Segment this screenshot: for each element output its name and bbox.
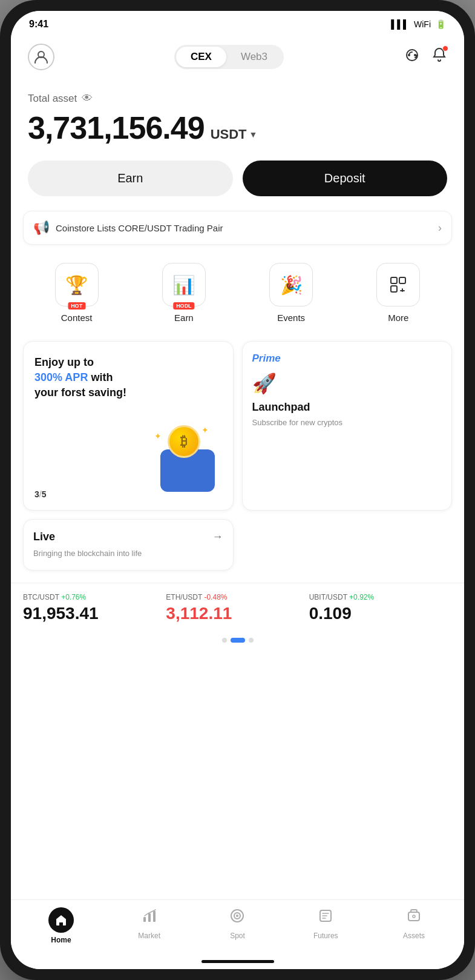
notification-dot bbox=[442, 45, 448, 51]
earn-icon: 📊 HODL bbox=[162, 263, 206, 306]
ubit-price: 0.109 bbox=[309, 604, 452, 623]
ticker-dot-3 bbox=[249, 638, 254, 643]
spot-label: Spot bbox=[230, 932, 245, 940]
asset-label: Total asset 👁 bbox=[28, 92, 447, 105]
events-label: Events bbox=[277, 313, 305, 323]
live-title: Live bbox=[33, 531, 55, 543]
battery-icon: 🔋 bbox=[436, 19, 446, 29]
nav-market[interactable]: Market bbox=[128, 907, 171, 944]
home-icon bbox=[48, 907, 74, 933]
more-icon bbox=[376, 263, 420, 306]
ticker-dot-2 bbox=[231, 638, 245, 643]
btc-price: 91,953.41 bbox=[23, 604, 166, 623]
eye-icon[interactable]: 👁 bbox=[82, 92, 93, 105]
megaphone-icon: 📢 bbox=[33, 220, 50, 236]
asset-currency: USDT ▼ bbox=[211, 127, 258, 142]
card-live[interactable]: Live → Bringing the blockchain into life bbox=[23, 519, 234, 571]
contest-icon: 🏆 HOT bbox=[55, 263, 99, 306]
announcement-arrow-icon: › bbox=[438, 222, 442, 234]
status-icons: ▌▌▌ WiFi 🔋 bbox=[391, 19, 446, 29]
tab-web3[interactable]: Web3 bbox=[226, 47, 282, 67]
nav-home[interactable]: Home bbox=[40, 907, 82, 944]
nav-tabs: CEX Web3 bbox=[174, 45, 284, 69]
quick-action-earn[interactable]: 📊 HODL Earn bbox=[160, 263, 208, 323]
svg-rect-8 bbox=[400, 290, 405, 291]
svg-rect-4 bbox=[391, 277, 397, 283]
ticker-dots bbox=[11, 633, 464, 645]
nav-assets[interactable]: Assets bbox=[393, 907, 435, 944]
ticker-btc[interactable]: BTC/USDT +0.76% 91,953.41 bbox=[23, 593, 166, 623]
earn-button[interactable]: Earn bbox=[28, 161, 233, 196]
launchpad-title: Launchpad bbox=[252, 401, 442, 414]
asset-section: Total asset 👁 3,731,156.49 USDT ▼ bbox=[11, 80, 464, 161]
currency-caret-icon[interactable]: ▼ bbox=[249, 130, 258, 139]
status-time: 9:41 bbox=[29, 19, 48, 30]
home-label: Home bbox=[51, 936, 71, 944]
assets-label: Assets bbox=[403, 932, 425, 940]
bitcoin-wallet-illustration: ✦ ✦ ₿ bbox=[154, 425, 227, 492]
eth-pair: ETH/USDT -0.48% bbox=[166, 593, 309, 601]
avatar[interactable] bbox=[28, 44, 54, 70]
top-nav: CEX Web3 bbox=[11, 38, 464, 80]
quick-action-more[interactable]: More bbox=[374, 263, 422, 323]
futures-icon bbox=[317, 907, 334, 929]
svg-rect-9 bbox=[143, 917, 146, 922]
futures-label: Futures bbox=[313, 932, 338, 940]
support-button[interactable] bbox=[404, 47, 421, 67]
bottom-nav: Home Market bbox=[11, 899, 464, 956]
svg-rect-16 bbox=[408, 912, 419, 921]
nav-right bbox=[404, 47, 447, 67]
price-ticker: BTC/USDT +0.76% 91,953.41 ETH/USDT -0.48… bbox=[11, 583, 464, 633]
hot-badge: HOT bbox=[68, 302, 85, 310]
action-buttons: Earn Deposit bbox=[11, 161, 464, 211]
card-pagination: 3/5 bbox=[34, 489, 46, 499]
tab-cex[interactable]: CEX bbox=[176, 47, 226, 67]
events-icon: 🎉 bbox=[269, 263, 313, 306]
deposit-button[interactable]: Deposit bbox=[243, 161, 448, 196]
market-icon bbox=[141, 907, 158, 929]
svg-rect-6 bbox=[391, 286, 397, 292]
announcement-left: 📢 Coinstore Lists CORE/USDT Trading Pair bbox=[33, 220, 438, 236]
announcement-text: Coinstore Lists CORE/USDT Trading Pair bbox=[56, 223, 223, 233]
asset-amount: 3,731,156.49 USDT ▼ bbox=[28, 110, 447, 146]
eth-price: 3,112.11 bbox=[166, 604, 309, 623]
quick-action-contest[interactable]: 🏆 HOT Contest bbox=[53, 263, 101, 323]
svg-point-14 bbox=[236, 915, 238, 917]
ticker-dot-1 bbox=[222, 638, 227, 643]
btc-pair: BTC/USDT +0.76% bbox=[23, 593, 166, 601]
card-launchpad[interactable]: Prime 🚀 Launchpad Subscribe for new cryp… bbox=[242, 341, 453, 511]
status-bar: 9:41 ▌▌▌ WiFi 🔋 bbox=[11, 11, 464, 38]
svg-point-17 bbox=[413, 915, 415, 918]
signal-icon: ▌▌▌ bbox=[391, 19, 409, 29]
home-bar bbox=[201, 960, 274, 963]
wifi-icon: WiFi bbox=[414, 19, 431, 29]
assets-icon bbox=[405, 907, 422, 929]
nav-futures[interactable]: Futures bbox=[304, 907, 347, 944]
notification-button[interactable] bbox=[431, 47, 447, 67]
btc-change: +0.76% bbox=[61, 593, 86, 601]
nav-spot[interactable]: Spot bbox=[216, 907, 258, 944]
ticker-eth[interactable]: ETH/USDT -0.48% 3,112.11 bbox=[166, 593, 309, 623]
svg-point-2 bbox=[408, 54, 410, 56]
quick-actions: 🏆 HOT Contest 📊 HODL Earn 🎉 Events bbox=[11, 257, 464, 335]
hodl-badge: HODL bbox=[173, 302, 195, 310]
live-subtitle: Bringing the blockchain into life bbox=[33, 548, 223, 559]
svg-rect-5 bbox=[399, 277, 405, 283]
launchpad-subtitle: Subscribe for new cryptos bbox=[252, 417, 442, 428]
card-promo-text: Enjoy up to 300% APR with your forst sav… bbox=[34, 355, 222, 401]
announcement-banner[interactable]: 📢 Coinstore Lists CORE/USDT Trading Pair… bbox=[23, 211, 452, 245]
spot-icon bbox=[229, 907, 246, 929]
live-arrow-icon: → bbox=[212, 531, 223, 543]
ubit-change: +0.92% bbox=[349, 593, 374, 601]
home-indicator bbox=[11, 956, 464, 969]
svg-rect-11 bbox=[153, 911, 156, 922]
main-content: Total asset 👁 3,731,156.49 USDT ▼ Earn D… bbox=[11, 80, 464, 899]
card-earn-promo[interactable]: Enjoy up to 300% APR with your forst sav… bbox=[23, 341, 234, 511]
quick-action-events[interactable]: 🎉 Events bbox=[267, 263, 315, 323]
cards-section: Enjoy up to 300% APR with your forst sav… bbox=[11, 335, 464, 583]
ticker-ubit[interactable]: UBIT/USDT +0.92% 0.109 bbox=[309, 593, 452, 623]
card-apr: 300% APR bbox=[34, 371, 88, 383]
sparkle-icon-2: ✦ bbox=[154, 431, 162, 441]
more-label: More bbox=[388, 313, 408, 323]
svg-rect-10 bbox=[148, 913, 151, 922]
